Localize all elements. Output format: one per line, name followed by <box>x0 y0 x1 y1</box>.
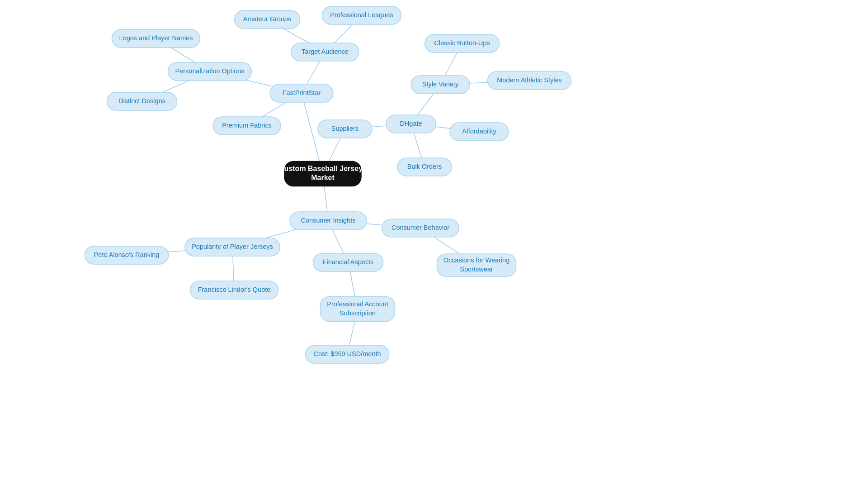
node-label-logos: Logos and Player Names <box>119 34 193 42</box>
node-pro_leagues[interactable]: Professional Leagues <box>322 6 401 24</box>
node-pro_account[interactable]: Professional AccountSubscription <box>321 297 395 322</box>
node-label-pro_account: Professional Account <box>327 300 388 308</box>
node-popularity_jerseys[interactable]: Popularity of Player Jerseys <box>185 238 280 256</box>
mindmap: Custom Baseball JerseysMarketFastPrintSt… <box>0 0 868 490</box>
node-style_variety[interactable]: Style Variety <box>411 76 470 94</box>
node-label-cost: Cost: $959 USD/month <box>313 350 381 357</box>
node-cost[interactable]: Cost: $959 USD/month <box>306 345 389 363</box>
node-label-consumer_insights: Consumer Insights <box>301 217 356 224</box>
node-label-center: Market <box>311 174 335 181</box>
node-label-occasions: Sportswear <box>460 266 493 273</box>
node-label-modern_athletic: Modern Athletic Styles <box>497 76 561 84</box>
node-label-distinct: Distinct Designs <box>118 97 165 105</box>
node-label-occasions: Occasions for Wearing <box>443 257 509 264</box>
node-label-consumer_behavior: Consumer Behavior <box>392 224 449 231</box>
node-premium_fabrics[interactable]: Premium Fabrics <box>213 117 281 135</box>
node-target_audience[interactable]: Target Audience <box>291 43 359 61</box>
node-label-affordability: Affordability <box>462 128 496 135</box>
node-amateur_groups[interactable]: Amateur Groups <box>235 10 300 29</box>
node-dhgate[interactable]: DHgate <box>386 115 436 133</box>
node-logos[interactable]: Logos and Player Names <box>112 29 200 48</box>
node-label-premium_fabrics: Premium Fabrics <box>222 122 272 129</box>
node-label-pete_alonso: Pete Alonso's Ranking <box>94 251 160 258</box>
node-distinct[interactable]: Distinct Designs <box>107 92 177 110</box>
node-label-personalization: Personalization Options <box>175 67 244 75</box>
node-suppliers[interactable]: Suppliers <box>318 120 372 138</box>
node-label-target_audience: Target Audience <box>302 48 349 55</box>
node-consumer_behavior[interactable]: Consumer Behavior <box>382 219 459 237</box>
node-occasions[interactable]: Occasions for WearingSportswear <box>437 254 516 276</box>
node-label-popularity_jerseys: Popularity of Player Jerseys <box>192 243 273 250</box>
node-affordability[interactable]: Affordability <box>450 123 509 141</box>
node-consumer_insights[interactable]: Consumer Insights <box>290 212 367 230</box>
node-center[interactable]: Custom Baseball JerseysMarket <box>279 162 367 186</box>
node-modern_athletic[interactable]: Modern Athletic Styles <box>488 71 571 90</box>
node-financial_aspects[interactable]: Financial Aspects <box>313 253 383 271</box>
node-personalization[interactable]: Personalization Options <box>168 62 252 81</box>
node-label-pro_account: Subscription <box>340 309 376 317</box>
node-bulk_orders[interactable]: Bulk Orders <box>397 158 452 176</box>
node-label-francisco_lindor: Francisco Lindor's Quote <box>198 286 271 293</box>
node-label-pro_leagues: Professional Leagues <box>330 11 393 19</box>
node-label-amateur_groups: Amateur Groups <box>243 15 291 23</box>
node-label-financial_aspects: Financial Aspects <box>323 258 374 266</box>
node-label-style_variety: Style Variety <box>422 81 459 88</box>
node-fastprintstar[interactable]: FastPrintStar <box>270 84 333 102</box>
node-label-dhgate: DHgate <box>400 120 422 127</box>
node-label-suppliers: Suppliers <box>331 125 359 132</box>
node-label-classic_buttonups: Classic Button-Ups <box>434 39 490 47</box>
node-label-bulk_orders: Bulk Orders <box>407 163 442 170</box>
node-label-fastprintstar: FastPrintStar <box>283 89 321 96</box>
node-classic_buttonups[interactable]: Classic Button-Ups <box>425 34 500 52</box>
node-label-center: Custom Baseball Jerseys <box>279 165 367 172</box>
node-pete_alonso[interactable]: Pete Alonso's Ranking <box>85 246 169 264</box>
node-francisco_lindor[interactable]: Francisco Lindor's Quote <box>190 281 278 299</box>
